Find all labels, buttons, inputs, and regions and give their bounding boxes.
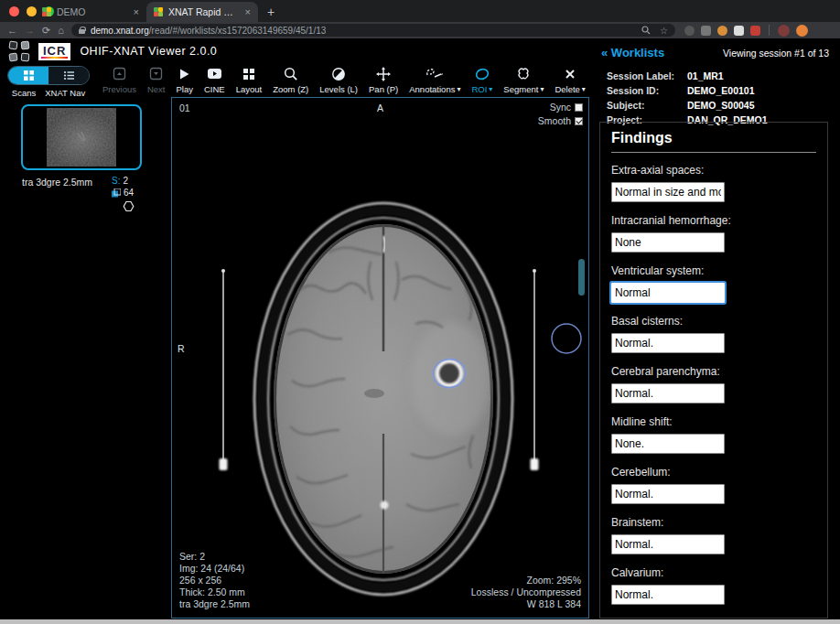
smooth-label: Smooth xyxy=(538,115,571,127)
finding-input-extra-axial-spaces[interactable] xyxy=(611,182,725,202)
overlay-thickness: Thick: 2.50 mm xyxy=(179,586,250,598)
finding-label-brainstem: Brainstem: xyxy=(611,516,816,529)
zoom-tool-button[interactable]: Zoom (Z) xyxy=(273,66,308,94)
layout-button[interactable]: Layout xyxy=(236,66,263,94)
cine-icon xyxy=(207,66,222,81)
overlay-zoom: Zoom: 295% xyxy=(471,575,581,586)
pan-icon xyxy=(376,66,391,81)
finding-label-intracranial-hemorrhage: Intracranial hemorrhage: xyxy=(611,214,816,227)
viewer-header: ICR OHIF-XNAT Viewer 2.0.0 xyxy=(0,38,590,64)
finding-input-brainstem[interactable] xyxy=(611,534,725,554)
address-bar[interactable]: demo.xnat.org/read/#/worklists/xs1572063… xyxy=(71,24,675,37)
url-domain: demo.xnat.org xyxy=(91,26,149,36)
status-hexagon-icon xyxy=(123,200,135,212)
screen-bottom-edge xyxy=(0,619,840,624)
extension-icon[interactable] xyxy=(717,26,727,36)
chevron-down-icon: ▾ xyxy=(582,85,586,93)
back-icon[interactable]: ← xyxy=(7,25,17,36)
reload-icon[interactable]: ⟳ xyxy=(42,25,50,37)
browser-tab-rapid-reader[interactable]: XNAT Rapid Reader × xyxy=(146,2,258,22)
overlay-compression: Lossless / Uncompressed xyxy=(471,586,581,598)
viewport-overlay-bottom-right: Zoom: 295% Lossless / Uncompressed W 818… xyxy=(471,575,581,610)
finding-input-calvarium[interactable] xyxy=(611,585,725,605)
profile-icon[interactable] xyxy=(796,25,808,37)
divider xyxy=(769,25,770,36)
stack-scrollbar[interactable] xyxy=(578,259,585,296)
minimize-window-button[interactable] xyxy=(27,6,37,16)
finding-label-extra-axial-spaces: Extra-axial spaces: xyxy=(611,164,816,177)
extension-icon[interactable] xyxy=(734,26,744,36)
grid-icon xyxy=(23,70,35,81)
overlay-series-desc: tra 3dgre 2.5mm xyxy=(179,598,250,610)
chevron-down-icon: ▾ xyxy=(457,85,460,93)
image-viewport[interactable]: 01 A R Sync Smooth Ser: 2 Img: 24 (24/64… xyxy=(171,97,589,619)
browser-tabstrip: DEMO × XNAT Rapid Reader × + xyxy=(0,0,840,22)
finding-input-ventricular-system[interactable] xyxy=(611,283,725,303)
chevron-down-icon: ▾ xyxy=(489,85,492,93)
bookmark-star-icon[interactable]: ☆ xyxy=(660,26,668,36)
zoom-page-icon[interactable] xyxy=(641,26,651,35)
overlay-image-index: Img: 24 (24/64) xyxy=(179,563,250,575)
smooth-checkbox[interactable] xyxy=(575,117,583,125)
worklists-back-link[interactable]: « Worklists xyxy=(601,46,664,59)
finding-input-cerebellum[interactable] xyxy=(611,484,725,504)
overlay-matrix: 256 x 256 xyxy=(179,575,250,586)
viewport-options: Sync Smooth xyxy=(538,102,583,129)
finding-input-intracranial-hemorrhage[interactable] xyxy=(611,232,725,253)
extension-icon[interactable] xyxy=(701,26,711,36)
frame-count: 64 xyxy=(124,188,134,198)
xnat-logo-icon xyxy=(9,41,29,61)
forward-icon[interactable]: → xyxy=(25,25,35,36)
previous-button[interactable]: Previous xyxy=(102,66,136,94)
findings-title: Findings xyxy=(611,130,816,153)
series-sidebar: tra 3dgre 2.5mm S:2 64 xyxy=(0,97,171,619)
series-info: tra 3dgre 2.5mm S:2 64 xyxy=(22,176,145,212)
scans-button[interactable] xyxy=(8,67,48,84)
levels-icon xyxy=(331,66,346,81)
finding-input-midline-shift[interactable] xyxy=(611,434,725,454)
next-icon xyxy=(149,66,163,81)
panel-toggle-group: Scans XNAT Nav xyxy=(7,66,90,98)
app-title: OHIF-XNAT Viewer 2.0.0 xyxy=(80,45,217,58)
session-id-value: DEMO_E00101 xyxy=(687,85,755,96)
tab-title: XNAT Rapid Reader xyxy=(168,6,240,17)
levels-button[interactable]: Levels (L) xyxy=(319,66,358,94)
next-button[interactable]: Next xyxy=(147,66,166,94)
roi-button[interactable]: ROI▾ xyxy=(471,66,492,94)
pan-button[interactable]: Pan (P) xyxy=(369,66,398,94)
extension-icon[interactable] xyxy=(684,26,695,36)
close-window-button[interactable] xyxy=(9,6,19,16)
app-window: DEMO × XNAT Rapid Reader × + ← → ⟳ ⌂ dem… xyxy=(0,0,840,624)
series-thumbnail[interactable] xyxy=(21,104,142,170)
layout-icon xyxy=(242,66,255,81)
home-icon[interactable]: ⌂ xyxy=(58,25,64,36)
tab-close-icon[interactable]: × xyxy=(245,6,251,17)
subject-key: Subject: xyxy=(607,100,687,111)
tab-close-icon[interactable]: × xyxy=(134,6,139,17)
finding-field: Intracranial hemorrhage: xyxy=(611,214,816,253)
sync-checkbox[interactable] xyxy=(575,103,583,112)
finding-field: Brainstem: xyxy=(611,516,816,554)
mri-brain-image xyxy=(172,98,587,617)
play-icon xyxy=(178,66,190,81)
play-button[interactable]: Play xyxy=(177,66,193,94)
finding-input-basal-cisterns[interactable] xyxy=(611,333,725,353)
findings-section: Findings Extra-axial spaces: Intracrania… xyxy=(599,122,828,619)
avatar[interactable] xyxy=(778,25,790,37)
finding-input-cerebral-parenchyma[interactable] xyxy=(611,383,725,403)
xnat-nav-button[interactable] xyxy=(48,67,89,84)
orientation-marker-anterior: A xyxy=(377,102,383,114)
annotations-button[interactable]: Annotations▾ xyxy=(409,66,460,94)
url-path: /read/#/worklists/xs1572063149659/45/1/1… xyxy=(149,26,326,36)
new-tab-button[interactable]: + xyxy=(267,5,275,19)
lock-icon xyxy=(79,27,85,34)
roi-icon xyxy=(474,66,490,81)
stack-prefix: S: xyxy=(112,176,120,186)
delete-button[interactable]: Delete▾ xyxy=(555,66,585,94)
extension-icon[interactable] xyxy=(750,26,760,36)
cine-button[interactable]: CINE xyxy=(204,66,225,94)
segment-button[interactable]: Segment▾ xyxy=(503,66,544,94)
stack-value: 2 xyxy=(123,176,128,186)
magnifier-icon xyxy=(284,66,298,81)
chevron-down-icon: ▾ xyxy=(540,85,544,93)
